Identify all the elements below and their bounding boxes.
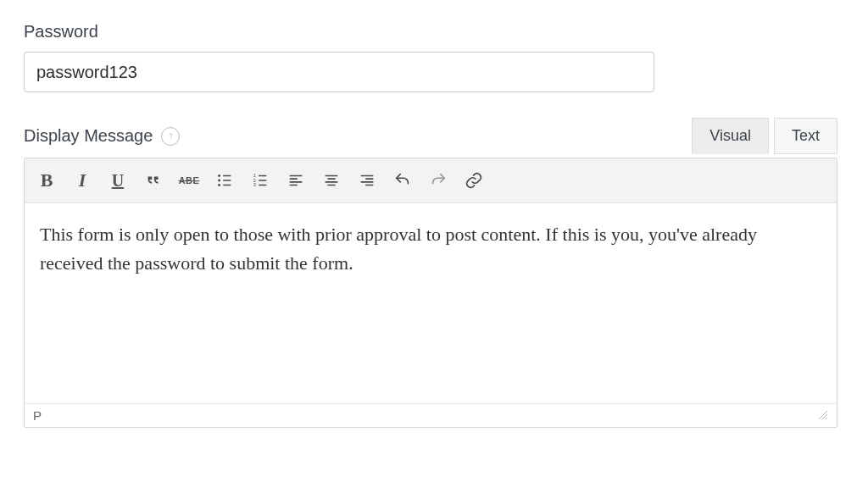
strikethrough-button[interactable]: ABE	[172, 165, 206, 196]
resize-grip-icon[interactable]	[818, 408, 828, 423]
bold-button[interactable]: B	[30, 165, 64, 196]
italic-button[interactable]: I	[65, 165, 99, 196]
blockquote-button[interactable]	[136, 165, 170, 196]
editor-statusbar: P	[25, 403, 837, 427]
element-path[interactable]: P	[33, 408, 42, 423]
numbered-list-button[interactable]: 123	[243, 165, 277, 196]
editor-toolbar: B I U ABE 123	[25, 158, 837, 203]
underline-button[interactable]: U	[101, 165, 135, 196]
password-input[interactable]	[24, 52, 654, 92]
link-button[interactable]	[457, 165, 491, 196]
editor-content[interactable]: This form is only open to those with pri…	[25, 203, 837, 403]
svg-point-0	[170, 138, 171, 139]
align-left-button[interactable]	[279, 165, 313, 196]
redo-button[interactable]	[421, 165, 455, 196]
bullet-list-button[interactable]	[208, 165, 242, 196]
editor-tabs: Visual Text	[692, 118, 837, 154]
tab-visual[interactable]: Visual	[692, 118, 769, 154]
svg-point-1	[218, 174, 220, 177]
svg-point-3	[218, 184, 220, 186]
help-icon[interactable]	[161, 127, 180, 146]
rich-text-editor: B I U ABE 123	[24, 158, 837, 428]
align-right-button[interactable]	[350, 165, 384, 196]
svg-text:3: 3	[253, 182, 256, 187]
align-center-button[interactable]	[314, 165, 348, 196]
svg-point-2	[218, 180, 220, 182]
display-message-label: Display Message	[24, 126, 153, 146]
tab-text[interactable]: Text	[774, 118, 837, 154]
undo-button[interactable]	[386, 165, 420, 196]
password-label: Password	[24, 22, 837, 42]
